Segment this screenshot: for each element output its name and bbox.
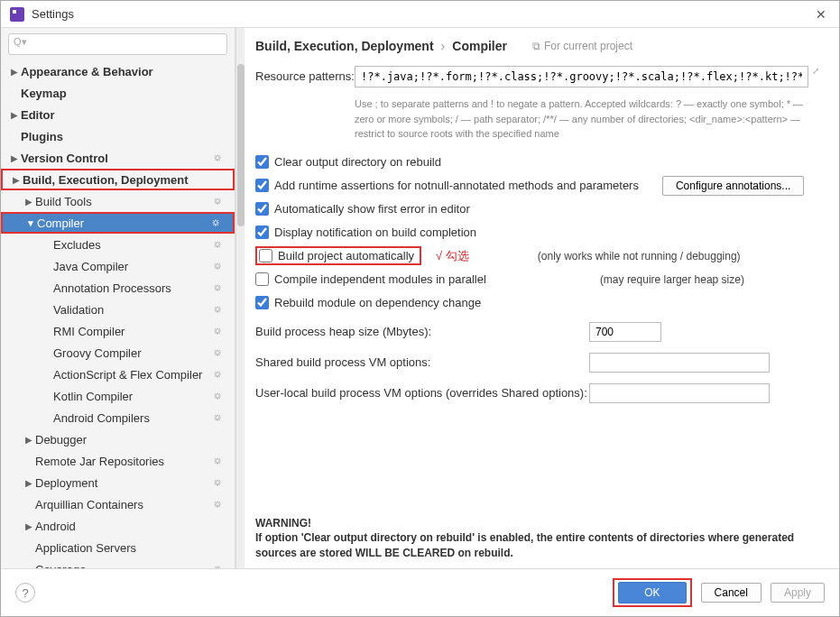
parallel-label[interactable]: Compile independent modules in parallel (274, 272, 486, 286)
gear-icon: ⛭ (213, 261, 229, 272)
check-assertions: Add runtime assertions for notnull-annot… (255, 174, 823, 198)
assertions-checkbox[interactable] (255, 179, 269, 192)
parallel-note: (may require larger heap size) (600, 273, 744, 286)
sidebar-scrollbar[interactable] (235, 28, 245, 568)
heap-input[interactable] (589, 322, 661, 342)
tree-item-label: Android (35, 520, 213, 533)
rebuild-checkbox[interactable] (255, 296, 269, 309)
gear-icon: ⛭ (213, 326, 229, 336)
tree-item-application-servers[interactable]: Application Servers (1, 537, 235, 558)
tree-item-label: Annotation Processors (53, 281, 213, 295)
gear-icon: ⛭ (213, 369, 229, 380)
tree-item-remote-jar-repositories[interactable]: Remote Jar Repositories⛭ (1, 450, 235, 472)
titlebar: Settings ✕ (1, 1, 839, 28)
warning-block: WARNING! If option 'Clear output directo… (255, 516, 823, 561)
gear-icon: ⛭ (211, 217, 227, 228)
shared-vm-input[interactable] (589, 353, 770, 373)
tree-item-compiler[interactable]: ▼Compiler⛭ (1, 212, 235, 234)
firsterror-label[interactable]: Automatically show first error in editor (274, 202, 470, 216)
tree-item-build-execution-deployment[interactable]: ▶Build, Execution, Deployment (1, 169, 235, 190)
firsterror-checkbox[interactable] (255, 202, 269, 216)
tree-item-label: Arquillian Containers (35, 498, 213, 511)
check-rebuild: Rebuild module on dependency change (255, 291, 823, 315)
check-firsterror: Automatically show first error in editor (255, 198, 823, 221)
tree-item-java-compiler[interactable]: Java Compiler⛭ (1, 255, 235, 277)
tree-item-label: Android Compilers (53, 411, 213, 425)
scrollbar-thumb[interactable] (237, 64, 245, 226)
gear-icon: ⛭ (213, 347, 229, 358)
body: Q▾ ▶Appearance & BehaviorKeymap▶EditorPl… (1, 28, 839, 568)
tree-item-kotlin-compiler[interactable]: Kotlin Compiler⛭ (1, 385, 235, 407)
heap-label: Build process heap size (Mbytes): (255, 325, 589, 338)
tree-item-build-tools[interactable]: ▶Build Tools⛭ (1, 190, 235, 212)
tree-item-label: Version Control (21, 152, 213, 165)
notify-checkbox[interactable] (255, 226, 269, 239)
clear-label[interactable]: Clear output directory on rebuild (274, 155, 441, 169)
tree-item-validation[interactable]: Validation⛭ (1, 299, 235, 320)
arrow-icon: ▶ (8, 67, 21, 77)
tree-item-label: Editor (21, 108, 213, 122)
rebuild-label[interactable]: Rebuild module on dependency change (274, 296, 481, 309)
user-vm-input[interactable] (589, 383, 770, 403)
tree-item-editor[interactable]: ▶Editor (1, 104, 235, 125)
tree-item-coverage[interactable]: Coverage⛭ (1, 558, 235, 568)
tree-item-deployment[interactable]: ▶Deployment⛭ (1, 472, 235, 493)
cancel-button[interactable]: Cancel (701, 583, 762, 603)
ok-button[interactable]: OK (618, 582, 686, 603)
auto-checkbox[interactable] (259, 249, 272, 262)
tree-item-rmi-compiler[interactable]: RMI Compiler⛭ (1, 320, 235, 342)
gear-icon: ⛭ (213, 152, 229, 163)
heap-row: Build process heap size (Mbytes): (255, 318, 823, 345)
gear-icon: ⛭ (213, 282, 229, 293)
auto-label[interactable]: Build project automatically (278, 249, 414, 262)
auto-note: (only works while not running / debuggin… (538, 250, 741, 262)
settings-window: Settings ✕ Q▾ ▶Appearance & BehaviorKeym… (0, 0, 840, 617)
tree-item-appearance-behavior[interactable]: ▶Appearance & Behavior (1, 60, 235, 82)
gear-icon: ⛭ (213, 456, 229, 466)
search-wrap: Q▾ (1, 28, 235, 60)
notify-label[interactable]: Display notification on build completion (274, 226, 476, 239)
settings-tree[interactable]: ▶Appearance & BehaviorKeymap▶EditorPlugi… (1, 60, 235, 568)
tree-item-debugger[interactable]: ▶Debugger (1, 428, 235, 450)
tree-item-label: Application Servers (35, 541, 213, 555)
tree-item-label: Remote Jar Repositories (35, 455, 213, 468)
breadcrumb: Build, Execution, Deployment › Compiler … (255, 39, 823, 53)
gear-icon: ⛭ (213, 477, 229, 488)
assertions-label[interactable]: Add runtime assertions for notnull-annot… (274, 179, 639, 192)
expand-icon[interactable]: ⤢ (808, 66, 823, 76)
tree-item-android[interactable]: ▶Android (1, 515, 235, 537)
user-vm-label: User-local build process VM options (ove… (255, 386, 589, 400)
tree-item-arquillian-containers[interactable]: Arquillian Containers⛭ (1, 493, 235, 515)
window-title: Settings (32, 7, 812, 21)
gear-icon: ⛭ (213, 196, 229, 207)
patterns-label: Resource patterns: (255, 66, 355, 83)
auto-annotation: √ 勾选 (436, 248, 469, 264)
tree-item-plugins[interactable]: Plugins (1, 125, 235, 147)
configure-annotations-button[interactable]: Configure annotations... (662, 176, 804, 196)
svg-rect-0 (10, 7, 24, 22)
breadcrumb-parent: Build, Execution, Deployment (255, 39, 434, 53)
arrow-icon: ▶ (23, 521, 35, 531)
tree-item-annotation-processors[interactable]: Annotation Processors⛭ (1, 277, 235, 299)
tree-item-label: ActionScript & Flex Compiler (53, 368, 213, 382)
apply-button[interactable]: Apply (771, 583, 825, 603)
clear-checkbox[interactable] (255, 155, 269, 169)
help-button[interactable]: ? (15, 583, 35, 603)
arrow-icon: ▶ (10, 175, 23, 185)
check-parallel: Compile independent modules in parallel … (255, 268, 823, 291)
search-input[interactable] (8, 33, 227, 55)
tree-item-groovy-compiler[interactable]: Groovy Compiler⛭ (1, 342, 235, 364)
tree-item-label: Build, Execution, Deployment (23, 173, 211, 187)
tree-item-android-compilers[interactable]: Android Compilers⛭ (1, 407, 235, 428)
resource-patterns-input[interactable] (355, 66, 808, 87)
tree-item-excludes[interactable]: Excludes⛭ (1, 234, 235, 255)
tree-item-label: Appearance & Behavior (21, 65, 213, 78)
close-icon[interactable]: ✕ (812, 7, 830, 22)
tree-item-actionscript-flex-compiler[interactable]: ActionScript & Flex Compiler⛭ (1, 364, 235, 385)
tree-item-keymap[interactable]: Keymap (1, 82, 235, 104)
parallel-checkbox[interactable] (255, 272, 269, 286)
tree-item-label: Java Compiler (53, 260, 213, 273)
tree-item-version-control[interactable]: ▶Version Control⛭ (1, 147, 235, 169)
shared-vm-row: Shared build process VM options: (255, 349, 823, 376)
tree-item-label: Coverage (35, 563, 213, 569)
